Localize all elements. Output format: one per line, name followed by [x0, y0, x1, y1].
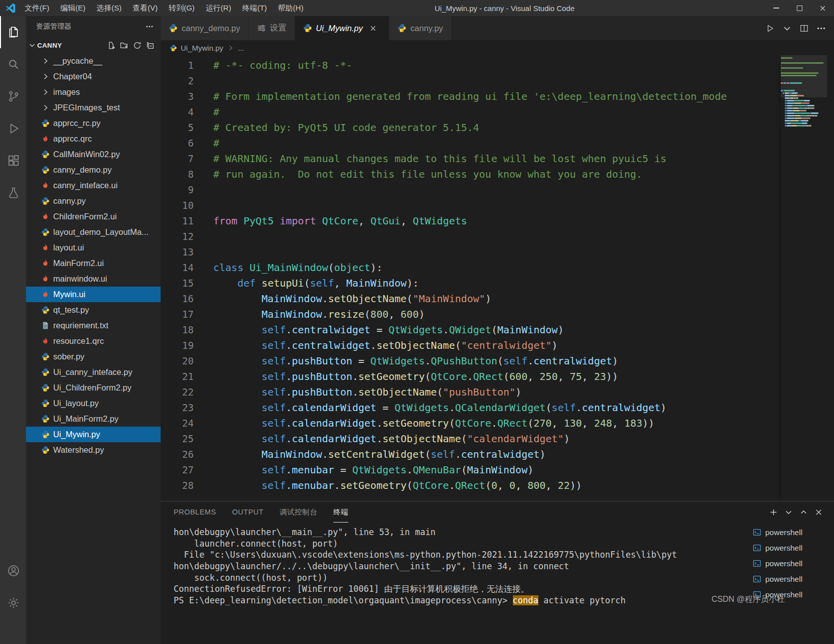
activity-extensions-button[interactable] — [0, 145, 26, 177]
line-number[interactable]: 25 — [161, 431, 194, 447]
panel-tab[interactable]: PROBLEMS — [174, 501, 216, 523]
terminal-output[interactable]: hon\debugpy\launcher\__main__.py", line … — [174, 527, 701, 642]
file-item[interactable]: canny_inteface.ui — [26, 178, 161, 193]
code-line[interactable]: 20 self.pushButton = QtWidgets.QPushButt… — [161, 353, 834, 369]
line-number[interactable]: 16 — [161, 291, 194, 307]
folder-item[interactable]: __pycache__ — [26, 53, 161, 69]
file-item[interactable]: apprcc.qrc — [26, 131, 161, 147]
breadcrumb-more[interactable]: ... — [238, 44, 244, 52]
menu-item[interactable]: 运行(R) — [200, 0, 237, 16]
new-file-button[interactable] — [107, 41, 115, 50]
code-line[interactable]: 12 — [161, 229, 834, 244]
code-line[interactable]: 25 self.calendarWidget.setObjectName("ca… — [161, 431, 834, 447]
terminal-list-item[interactable]: powershell — [749, 525, 828, 540]
folder-item[interactable]: Chapter04 — [26, 69, 161, 84]
line-number[interactable]: 4 — [161, 104, 194, 120]
file-item[interactable]: MainForm2.ui — [26, 255, 161, 271]
minimize-button[interactable] — [765, 0, 788, 16]
code-line[interactable]: 5# Created by: PyQt5 UI code generator 5… — [161, 120, 834, 136]
menu-item[interactable]: 转到(G) — [163, 0, 200, 16]
code-line[interactable]: 7# WARNING: Any manual changes made to t… — [161, 151, 834, 167]
line-number[interactable]: 2 — [161, 73, 194, 89]
line-number[interactable]: 7 — [161, 151, 194, 167]
code-line[interactable]: 21 self.pushButton.setGeometry(QtCore.QR… — [161, 369, 834, 384]
code-line[interactable]: 6# — [161, 136, 834, 151]
line-number[interactable]: 19 — [161, 338, 194, 353]
file-item[interactable]: ChildrenForm2.ui — [26, 209, 161, 224]
activity-search-button[interactable] — [0, 48, 26, 80]
line-number[interactable]: 13 — [161, 244, 194, 260]
new-folder-button[interactable] — [120, 41, 128, 50]
file-item[interactable]: apprcc_rc.py — [26, 115, 161, 131]
line-number[interactable]: 1 — [161, 58, 194, 73]
code-line[interactable]: 2 — [161, 73, 834, 89]
line-number[interactable]: 14 — [161, 260, 194, 276]
folder-item[interactable]: images — [26, 84, 161, 100]
file-item[interactable]: Ui_MainForm2.py — [26, 411, 161, 427]
file-item[interactable]: layout_demo_LayoutMa... — [26, 224, 161, 240]
file-item[interactable]: Watershed.py — [26, 442, 161, 458]
line-number[interactable]: 3 — [161, 89, 194, 104]
file-item[interactable]: Ui_Mywin.py — [26, 427, 161, 442]
file-item[interactable]: canny.py — [26, 193, 161, 209]
code-line[interactable]: 9 — [161, 182, 834, 198]
file-item[interactable]: Ui_ChildrenForm2.py — [26, 380, 161, 396]
line-number[interactable]: 15 — [161, 276, 194, 291]
plus-button[interactable] — [769, 508, 778, 517]
editor-tab[interactable]: 设置 — [249, 16, 295, 40]
folder-section-header[interactable]: CANNY — [26, 37, 161, 53]
close-window-button[interactable] — [811, 0, 834, 16]
menu-item[interactable]: 编辑(E) — [55, 0, 91, 16]
activity-settings-button[interactable] — [0, 587, 26, 619]
file-item[interactable]: layout.ui — [26, 240, 161, 255]
file-item[interactable]: sober.py — [26, 349, 161, 364]
editor-tab[interactable]: canny.py — [389, 16, 452, 40]
terminal-list-item[interactable]: powershell — [749, 571, 828, 587]
file-item[interactable]: qt_test.py — [26, 302, 161, 318]
file-item[interactable]: CallMainWin02.py — [26, 147, 161, 162]
line-number[interactable]: 20 — [161, 353, 194, 369]
line-number[interactable]: 9 — [161, 182, 194, 198]
code-line[interactable]: 16 MainWindow.setObjectName("MainWindow"… — [161, 291, 834, 307]
code-line[interactable]: 1# -*- coding: utf-8 -*- — [161, 58, 834, 73]
file-item[interactable]: canny_demo.py — [26, 162, 161, 178]
code-line[interactable]: 15 def setupUi(self, MainWindow): — [161, 276, 834, 291]
code-line[interactable]: 18 self.centralwidget = QtWidgets.QWidge… — [161, 322, 834, 338]
panel-tab[interactable]: 终端 — [333, 501, 348, 523]
minimap[interactable] — [781, 55, 827, 501]
activity-source-control-button[interactable] — [0, 80, 26, 112]
line-number[interactable]: 26 — [161, 447, 194, 462]
code-line[interactable]: 24 self.calendarWidget.setGeometry(QtCor… — [161, 416, 834, 431]
chevron-down-button[interactable] — [780, 21, 794, 35]
code-line[interactable]: 27 self.menubar = QtWidgets.QMenuBar(Mai… — [161, 462, 834, 478]
line-number[interactable]: 5 — [161, 120, 194, 136]
file-item[interactable]: resource1.qrc — [26, 333, 161, 349]
line-number[interactable]: 27 — [161, 462, 194, 478]
panel-tab[interactable]: OUTPUT — [232, 501, 264, 523]
menu-item[interactable]: 帮助(H) — [272, 0, 309, 16]
close-tab-button[interactable] — [369, 25, 381, 32]
activity-testing-button[interactable] — [0, 177, 26, 209]
collapse-all-button[interactable] — [146, 41, 155, 50]
line-number[interactable]: 23 — [161, 400, 194, 416]
line-number[interactable]: 21 — [161, 369, 194, 384]
line-number[interactable]: 6 — [161, 136, 194, 151]
chevron-down-button[interactable] — [784, 508, 793, 517]
line-number[interactable]: 10 — [161, 198, 194, 213]
line-number[interactable]: 24 — [161, 416, 194, 431]
file-item[interactable]: Ui_layout.py — [26, 396, 161, 411]
code-line[interactable]: 23 self.calendarWidget = QtWidgets.QCale… — [161, 400, 834, 416]
terminal-list-item[interactable]: powershell — [749, 540, 828, 556]
more-button[interactable] — [814, 21, 828, 35]
code-line[interactable]: 26 MainWindow.setCentralWidget(self.cent… — [161, 447, 834, 462]
activity-explorer-button[interactable] — [0, 16, 26, 48]
code-line[interactable]: 22 self.pushButton.setObjectName("pushBu… — [161, 384, 834, 400]
breadcrumb-file[interactable]: Ui_Mywin.py — [181, 44, 223, 52]
line-number[interactable]: 22 — [161, 384, 194, 400]
menu-item[interactable]: 终端(T) — [237, 0, 272, 16]
activity-account-button[interactable] — [0, 555, 26, 587]
maximize-button[interactable] — [788, 0, 811, 16]
activity-run-debug-button[interactable] — [0, 112, 26, 145]
editor-tab[interactable]: Ui_Mywin.py — [295, 16, 390, 40]
split-editor-button[interactable] — [797, 21, 811, 35]
